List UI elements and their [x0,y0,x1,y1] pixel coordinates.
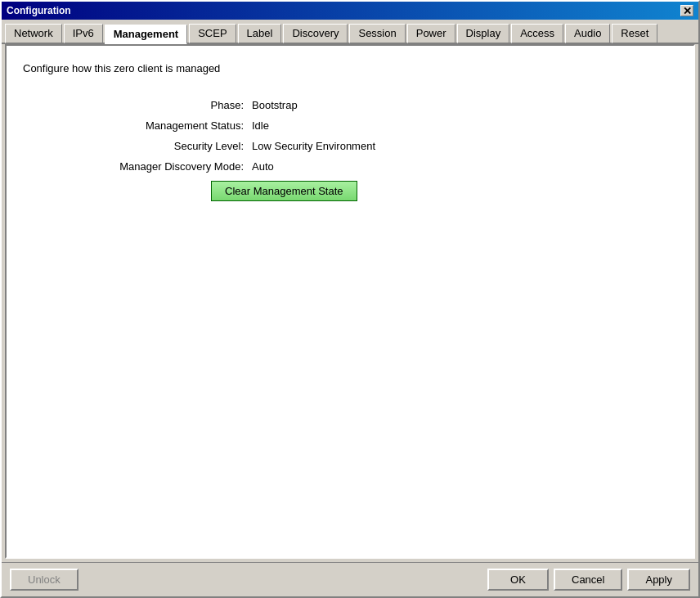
clear-management-state-button[interactable]: Clear Management State [211,181,357,201]
field-row-1: Management Status:Idle [72,119,677,132]
title-bar: Configuration ✕ [2,2,698,20]
unlock-button[interactable]: Unlock [10,569,79,591]
close-icon: ✕ [683,5,692,17]
tab-reset[interactable]: Reset [612,24,657,43]
tab-access[interactable]: Access [511,24,563,43]
close-button[interactable]: ✕ [680,5,693,16]
bottom-bar: Unlock OK Cancel Apply [2,562,698,596]
field-value-0: Bootstrap [252,99,298,111]
tab-bar: NetworkIPv6ManagementSCEPLabelDiscoveryS… [2,20,698,44]
content-area: Configure how this zero client is manage… [5,44,695,559]
field-row-3: Manager Discovery Mode:Auto [72,160,677,173]
field-row-0: Phase:Bootstrap [72,99,677,111]
ok-button[interactable]: OK [487,569,549,591]
description-text: Configure how this zero client is manage… [23,62,677,74]
tab-management[interactable]: Management [105,25,187,44]
apply-button[interactable]: Apply [627,569,690,591]
tab-label[interactable]: Label [238,24,282,43]
field-value-2: Low Security Environment [252,140,375,152]
tab-ipv6[interactable]: IPv6 [64,24,103,43]
tab-display[interactable]: Display [457,24,510,43]
tab-scep[interactable]: SCEP [189,24,236,43]
tab-power[interactable]: Power [407,24,455,43]
bottom-left: Unlock [10,569,79,591]
clear-button-row: Clear Management State [211,181,677,201]
field-row-2: Security Level:Low Security Environment [72,140,677,152]
field-value-3: Auto [252,160,274,173]
tab-network[interactable]: Network [5,24,62,43]
field-label-1: Management Status: [72,119,252,132]
window-title: Configuration [7,5,71,16]
field-value-1: Idle [252,119,269,132]
field-label-2: Security Level: [72,140,252,152]
tab-audio[interactable]: Audio [565,24,610,43]
field-label-3: Manager Discovery Mode: [72,160,252,173]
tab-session[interactable]: Session [349,24,405,43]
cancel-button[interactable]: Cancel [554,569,622,591]
bottom-right: OK Cancel Apply [487,569,690,591]
tab-discovery[interactable]: Discovery [283,24,348,43]
fields-section: Phase:BootstrapManagement Status:IdleSec… [72,99,677,173]
field-label-0: Phase: [72,99,252,111]
configuration-window: Configuration ✕ NetworkIPv6ManagementSCE… [0,0,700,598]
